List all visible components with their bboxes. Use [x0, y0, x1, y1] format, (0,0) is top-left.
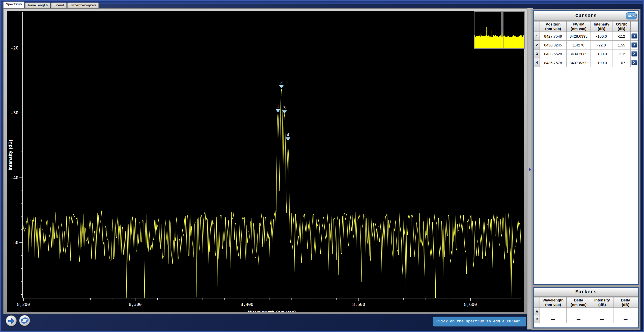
- refresh-icon: [19, 315, 30, 326]
- y-axis-tick-label: -20: [11, 45, 18, 50]
- cursor-delete-cell: X: [631, 41, 638, 49]
- column-header: Intensity(dB): [591, 21, 612, 32]
- x-axis-tick-label: 8,300: [129, 302, 142, 307]
- column-header: [631, 21, 638, 32]
- cursors-panel: Cursors DONE Position(nm-vac)FWHM(nm-vac…: [533, 10, 639, 285]
- marker-value: —: [613, 308, 638, 315]
- advance-button[interactable]: [6, 315, 17, 326]
- marker-row: B————: [534, 315, 638, 323]
- cursor-osnr: -107: [612, 58, 631, 67]
- tab-spectrum[interactable]: Spectrum: [3, 2, 24, 8]
- splitter-groove: [531, 8, 532, 329]
- overview-minimap[interactable]: [474, 11, 525, 49]
- column-header: FWHM(nm-vac): [567, 21, 591, 32]
- cursor-delete-cell: X: [631, 32, 638, 41]
- column-header: Wavelength(nm-vac): [540, 297, 566, 308]
- tab-wavelength[interactable]: Wavelength: [25, 3, 50, 8]
- column-header: Position(nm-vac): [540, 21, 567, 32]
- cursor-marker-1[interactable]: 1: [276, 104, 280, 112]
- y-axis-tick-label: -50: [11, 240, 18, 245]
- x-axis-title: Wavelength (nm-vac): [248, 310, 296, 312]
- markers-title-text: Markers: [575, 289, 597, 295]
- x-axis-tick-label: 8,600: [464, 302, 477, 307]
- marker-row-label: B: [534, 315, 540, 323]
- cursor-marker-number: 3: [283, 105, 286, 110]
- cursor-position: 8436.7578: [540, 58, 567, 67]
- y-axis-tick-label: -30: [11, 110, 18, 115]
- x-axis-tick-label: 8,400: [240, 302, 253, 307]
- cursor-fwhm: 8434.2089: [567, 49, 591, 58]
- delete-cursor-button[interactable]: X: [631, 51, 637, 57]
- markers-panel: Markers Wavelength(nm-vac)Delta(nm-vac)I…: [533, 287, 639, 328]
- marker-value: —: [566, 315, 591, 323]
- spectrum-chart[interactable]: 8,2008,3008,4008,5008,600-20-30-40-50Wav…: [7, 11, 524, 312]
- marker-value: —: [591, 308, 613, 315]
- cursor-marker-4[interactable]: 4: [286, 132, 290, 141]
- minimap-noise-fill: [474, 35, 524, 48]
- cursor-row: 28430.82451.4270-22.01.55X: [534, 41, 638, 49]
- spectrum-plot-panel: 8,2008,3008,4008,5008,600-20-30-40-50Wav…: [3, 8, 527, 314]
- cursor-marker-number: 2: [280, 80, 283, 85]
- cursor-intensity: -100.0: [591, 49, 612, 58]
- cursor-intensity: -100.0: [591, 32, 612, 41]
- corner-cell: [534, 297, 540, 308]
- done-button[interactable]: DONE: [626, 12, 637, 19]
- refresh-button[interactable]: [19, 315, 30, 326]
- cursor-delete-cell: X: [631, 58, 638, 67]
- cursor-osnr: -112: [612, 32, 631, 41]
- cursor-intensity: -22.0: [591, 41, 612, 49]
- y-axis-tick-label: -40: [11, 175, 18, 180]
- markers-panel-title: Markers: [534, 288, 638, 297]
- cursor-position: 8427.7549: [540, 32, 567, 41]
- delete-cursor-button[interactable]: X: [631, 60, 637, 65]
- cursor-fwhm: 8428.6395: [567, 32, 591, 41]
- spectrum-plot-area[interactable]: 8,2008,3008,4008,5008,600-20-30-40-50Wav…: [7, 11, 524, 312]
- tab-interferogram[interactable]: Interferogram: [67, 3, 98, 8]
- delete-cursor-button[interactable]: X: [631, 33, 637, 39]
- markers-table: Wavelength(nm-vac)Delta(nm-vac)Intensity…: [534, 297, 638, 323]
- status-message: Click on the spectrum to add a cursor.: [433, 317, 526, 326]
- cursor-row: 48436.75788437.6399-100.0-107X: [534, 58, 638, 67]
- marker-value: —: [540, 308, 566, 315]
- marker-value: —: [566, 308, 591, 315]
- arrow-right-icon: [6, 316, 16, 326]
- tab-trend[interactable]: Trend: [51, 3, 67, 8]
- delete-cursor-button[interactable]: X: [631, 42, 637, 48]
- cursors-panel-title: Cursors DONE: [534, 11, 638, 21]
- cursor-row-number: 1: [534, 32, 540, 41]
- cursor-marker-3[interactable]: 3: [282, 105, 287, 114]
- cursor-osnr: -112: [612, 49, 631, 58]
- column-header: Intensity(dB): [591, 297, 613, 308]
- corner-cell: [534, 21, 540, 32]
- marker-value: —: [540, 315, 566, 323]
- cursor-fwhm: 8437.6399: [567, 58, 591, 67]
- spectrum-trace: [23, 89, 521, 298]
- marker-row-label: A: [534, 308, 540, 315]
- collapse-sidebar-arrow-icon[interactable]: [529, 168, 531, 171]
- cursor-row: 38433.55288434.2089-100.0-112X: [534, 49, 638, 58]
- x-axis-tick-label: 8,200: [17, 302, 30, 307]
- column-header: OSNR(dB): [612, 21, 631, 32]
- column-header: Delta(dB): [613, 297, 638, 308]
- marker-row: A————: [534, 308, 638, 315]
- cursor-fwhm: 1.4270: [567, 41, 591, 49]
- cursor-row-number: 2: [534, 41, 540, 49]
- cursor-marker-number: 1: [277, 104, 279, 109]
- cursor-row-number: 3: [534, 49, 540, 58]
- cursors-title-text: Cursors: [575, 13, 597, 19]
- cursor-delete-cell: X: [631, 49, 638, 58]
- y-axis-title: Intensity (dB): [8, 140, 13, 170]
- cursor-row-number: 4: [534, 58, 540, 67]
- column-header: Delta(nm-vac): [566, 297, 591, 308]
- app-window: Spectrum Wavelength Trend Interferogram …: [0, 0, 644, 332]
- cursor-intensity: -100.0: [591, 58, 612, 67]
- cursors-table: Position(nm-vac)FWHM(nm-vac)Intensity(dB…: [534, 21, 638, 67]
- marker-value: —: [613, 315, 638, 323]
- x-axis-tick-label: 8,500: [352, 302, 365, 307]
- cursor-marker-number: 4: [287, 132, 289, 137]
- cursor-row: 18427.75498428.6395-100.0-112X: [534, 32, 638, 41]
- minimap-chart: [474, 12, 524, 48]
- panel-splitter[interactable]: [527, 8, 533, 329]
- cursor-marker-2[interactable]: 2: [279, 80, 284, 88]
- cursor-position: 8430.8245: [540, 41, 567, 49]
